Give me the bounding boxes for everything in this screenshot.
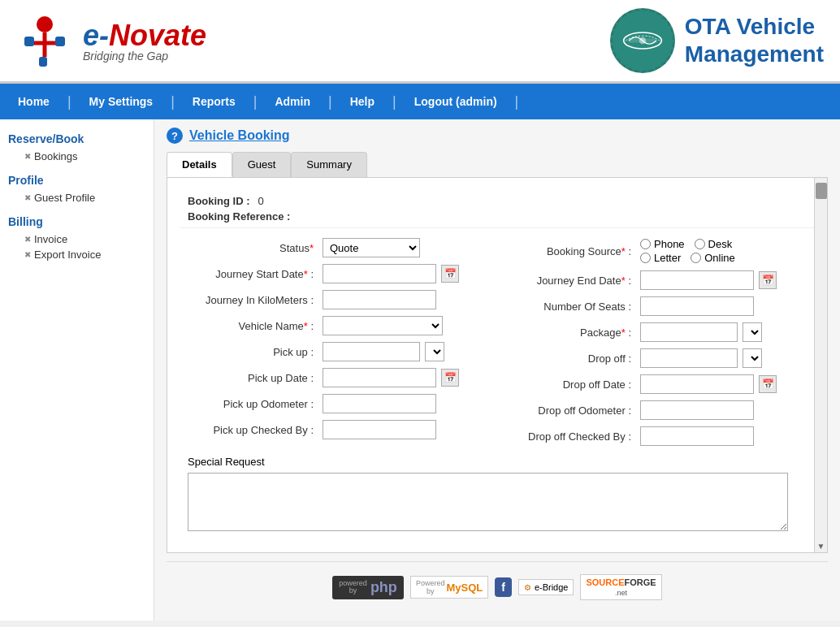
sidebar-item-bookings[interactable]: Bookings — [8, 149, 145, 164]
logo-left: e-Novate Bridging the Gap — [16, 12, 206, 69]
pickup-date-input[interactable] — [323, 368, 436, 387]
dropoff-date-label: Drop off Date : — [505, 378, 635, 391]
facebook-icon[interactable]: f — [495, 577, 512, 597]
status-label: Status* — [188, 242, 318, 254]
pickup-date-row: Pick up Date : 📅 — [188, 368, 489, 387]
sidebar-item-invoice[interactable]: Invoice — [8, 231, 145, 247]
num-seats-row: Number Of Seats : — [505, 296, 807, 316]
powered-by-mysql-text: Poweredby — [416, 579, 445, 595]
dropoff-checked-input[interactable] — [640, 426, 754, 446]
nav-help[interactable]: Help — [332, 84, 392, 119]
booking-ref-row: Booking Reference : — [188, 210, 807, 223]
tab-guest[interactable]: Guest — [232, 152, 292, 177]
nav-reports[interactable]: Reports — [175, 84, 253, 119]
special-request-textarea[interactable] — [188, 473, 788, 531]
radio-phone[interactable]: Phone — [640, 238, 685, 250]
special-request-section: Special Request — [180, 449, 815, 540]
dropoff-checked-row: Drop off Checked By : — [505, 426, 807, 446]
dropoff-date-cal-btn[interactable]: 📅 — [759, 375, 777, 393]
booking-info: Booking ID : 0 Booking Reference : — [180, 190, 815, 228]
sidebar-section-profile: Profile Guest Profile — [0, 169, 154, 210]
journey-start-input[interactable] — [323, 264, 436, 283]
sidebar-section-billing: Billing Invoice Export Invoice — [0, 210, 154, 267]
vehicle-name-select[interactable] — [323, 316, 443, 335]
booking-source-label: Booking Source* : — [505, 245, 635, 257]
dropoff-odometer-row: Drop off Odometer : — [505, 400, 807, 420]
nav-logout[interactable]: Logout (admin) — [396, 84, 515, 119]
dropoff-date-input[interactable] — [640, 374, 754, 394]
package-input[interactable] — [640, 322, 738, 342]
pickup-select[interactable] — [425, 342, 444, 361]
logo-tagline: Bridging the Gap — [83, 50, 206, 63]
svg-rect-5 — [39, 57, 47, 67]
journey-end-input[interactable] — [640, 270, 754, 290]
content-area: ? Vehicle Booking Details Guest Summary … — [154, 119, 840, 621]
svg-rect-4 — [55, 37, 65, 46]
radio-desk-label: Desk — [708, 238, 733, 250]
pickup-odometer-input[interactable] — [323, 394, 436, 413]
pickup-checked-row: Pick up Checked By : — [188, 420, 489, 439]
sourceforge-net: .net — [615, 589, 627, 597]
nav-home[interactable]: Home — [0, 84, 67, 119]
sidebar-item-export-invoice[interactable]: Export Invoice — [8, 247, 145, 262]
booking-source-radio-row1: Phone Desk — [640, 238, 735, 250]
sourceforge-badge: SOURCEFORGE .net — [580, 574, 661, 600]
help-circle-icon[interactable]: ? — [167, 128, 183, 144]
page-title[interactable]: Vehicle Booking — [189, 128, 290, 143]
scroll-down-icon[interactable]: ▼ — [817, 542, 825, 551]
dropoff-input[interactable] — [640, 348, 738, 368]
booking-id-row: Booking ID : 0 — [188, 195, 807, 207]
num-seats-input[interactable] — [640, 296, 754, 316]
radio-desk-input[interactable] — [695, 239, 705, 249]
scrollbar-thumb[interactable] — [816, 183, 827, 199]
journey-km-input[interactable] — [323, 290, 436, 309]
logo-text: e-Novate Bridging the Gap — [83, 19, 206, 63]
dropoff-select[interactable] — [743, 348, 762, 368]
pickup-row: Pick up : — [188, 342, 489, 361]
navbar: Home | My Settings | Reports | Admin | H… — [0, 84, 840, 119]
nav-sep-6: | — [515, 93, 519, 110]
package-row: Package* : — [505, 322, 807, 342]
mysql-badge: Poweredby MySQL — [410, 576, 488, 599]
tab-details[interactable]: Details — [167, 152, 232, 177]
header: e-Novate Bridging the Gap OTA VehicleMan… — [0, 0, 840, 84]
journey-end-label: Journey End Date* : — [505, 275, 635, 287]
radio-online[interactable]: Online — [691, 252, 735, 264]
dropoff-label: Drop off : — [505, 352, 635, 365]
journey-start-label: Journey Start Date* : — [188, 268, 318, 280]
nav-my-settings[interactable]: My Settings — [71, 84, 171, 119]
radio-letter-input[interactable] — [640, 253, 651, 263]
mysql-text: MySQL — [446, 582, 483, 594]
journey-km-row: Journey In KiloMeters : — [188, 290, 489, 309]
status-row: Status* Quote Confirmed Cancelled — [188, 238, 489, 257]
radio-phone-input[interactable] — [640, 239, 651, 249]
booking-source-radio-row2: Letter Online — [640, 252, 735, 264]
form-grid: Status* Quote Confirmed Cancelled Journe… — [180, 235, 815, 449]
radio-letter[interactable]: Letter — [640, 252, 681, 264]
status-select[interactable]: Quote Confirmed Cancelled — [323, 238, 420, 257]
booking-ref-label: Booking Reference : — [188, 210, 290, 223]
radio-desk[interactable]: Desk — [695, 238, 733, 250]
pickup-odometer-row: Pick up Odometer : — [188, 394, 489, 413]
page-title-row: ? Vehicle Booking — [167, 128, 828, 144]
pickup-checked-input[interactable] — [323, 420, 436, 439]
radio-online-input[interactable] — [691, 253, 701, 263]
svg-rect-3 — [24, 37, 34, 46]
radio-phone-label: Phone — [654, 238, 685, 250]
nav-admin[interactable]: Admin — [257, 84, 328, 119]
journey-end-cal-btn[interactable]: 📅 — [759, 271, 777, 289]
journey-start-cal-btn[interactable]: 📅 — [441, 265, 459, 283]
special-request-label: Special Request — [188, 456, 807, 468]
pickup-date-cal-btn[interactable]: 📅 — [441, 369, 459, 387]
radio-online-label: Online — [704, 252, 735, 264]
tabs-container: Details Guest Summary — [167, 152, 828, 177]
tab-summary[interactable]: Summary — [291, 152, 367, 177]
pickup-label: Pick up : — [188, 346, 318, 358]
sidebar-item-guest-profile[interactable]: Guest Profile — [8, 190, 145, 205]
pickup-input[interactable] — [323, 342, 420, 361]
sidebar-section-reserve-title: Reserve/Book — [8, 132, 145, 145]
sourceforge-text: SOURCE — [586, 577, 624, 587]
booking-source-radio-group: Phone Desk Letter Online — [640, 238, 735, 264]
dropoff-odometer-input[interactable] — [640, 400, 754, 420]
package-select[interactable] — [743, 322, 762, 342]
